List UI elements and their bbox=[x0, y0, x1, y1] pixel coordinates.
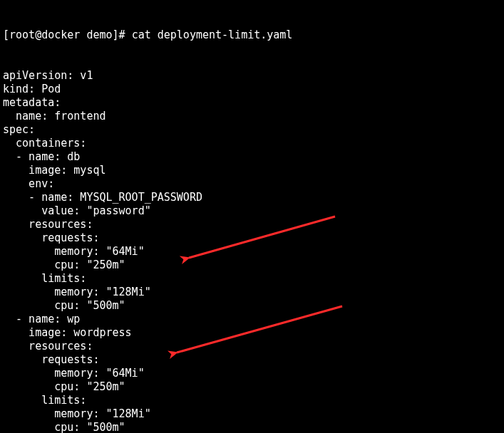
yaml-line: memory: "64Mi" bbox=[3, 367, 501, 380]
yaml-line: memory: "128Mi" bbox=[3, 407, 501, 421]
terminal-output: [root@docker demo]# cat deployment-limit… bbox=[0, 0, 504, 433]
yaml-line: spec: bbox=[3, 123, 501, 137]
command-text: cat deployment-limit.yaml bbox=[132, 28, 293, 41]
yaml-line: name: frontend bbox=[3, 110, 501, 123]
yaml-line: - name: MYSQL_ROOT_PASSWORD bbox=[3, 191, 501, 204]
yaml-line: limits: bbox=[3, 272, 501, 286]
yaml-line: cpu: "500m" bbox=[3, 299, 501, 313]
yaml-line: memory: "64Mi" bbox=[3, 245, 501, 259]
yaml-line: containers: bbox=[3, 137, 501, 150]
yaml-line: kind: Pod bbox=[3, 83, 501, 96]
yaml-line: requests: bbox=[3, 353, 501, 367]
yaml-line: value: "password" bbox=[3, 204, 501, 218]
yaml-line: metadata: bbox=[3, 96, 501, 110]
yaml-line: memory: "128Mi" bbox=[3, 286, 501, 299]
yaml-line: limits: bbox=[3, 394, 501, 407]
yaml-line: cpu: "250m" bbox=[3, 259, 501, 272]
yaml-line: image: wordpress bbox=[3, 326, 501, 340]
yaml-line: requests: bbox=[3, 231, 501, 245]
yaml-line: env: bbox=[3, 177, 501, 191]
prompt-prefix: [root@docker demo]# bbox=[3, 28, 132, 41]
yaml-line: cpu: "500m" bbox=[3, 421, 501, 433]
yaml-output: apiVersion: v1kind: Podmetadata: name: f… bbox=[3, 69, 501, 433]
yaml-line: - name: db bbox=[3, 150, 501, 164]
yaml-line: apiVersion: v1 bbox=[3, 69, 501, 83]
yaml-line: resources: bbox=[3, 218, 501, 231]
yaml-line: image: mysql bbox=[3, 164, 501, 177]
yaml-line: - name: wp bbox=[3, 313, 501, 326]
yaml-line: cpu: "250m" bbox=[3, 380, 501, 394]
yaml-line: resources: bbox=[3, 340, 501, 353]
prompt-line: [root@docker demo]# cat deployment-limit… bbox=[3, 28, 501, 42]
